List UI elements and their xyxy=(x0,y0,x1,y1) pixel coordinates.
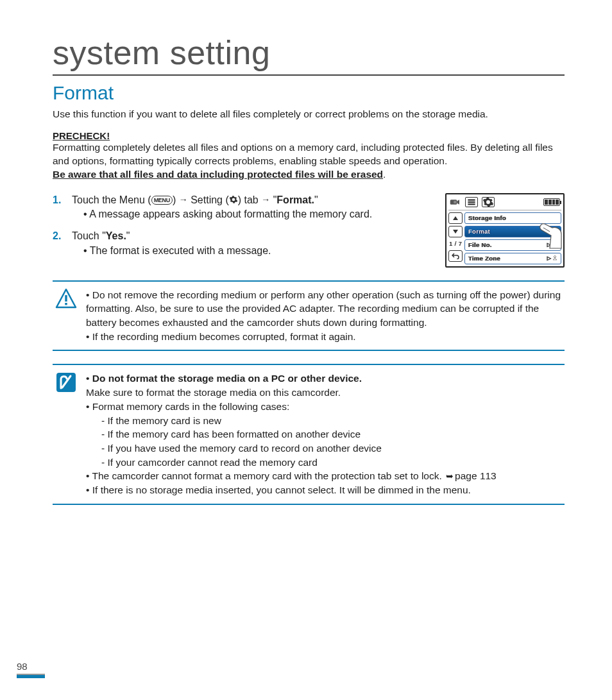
arrow-icon: → xyxy=(261,194,270,205)
caution-item: If the recording medium becomes corrupte… xyxy=(86,330,562,344)
note-subitem: If the memory card has been formatted on… xyxy=(101,427,497,441)
camcorder-icon xyxy=(450,198,461,207)
page-ref-arrow-icon xyxy=(445,470,455,481)
svg-rect-7 xyxy=(65,295,67,302)
gear-icon xyxy=(229,194,238,203)
page-number: 98 xyxy=(17,661,45,678)
scroll-down-button[interactable] xyxy=(448,226,463,237)
precheck-body: Formatting completely deletes all files … xyxy=(53,142,553,166)
scroll-up-button[interactable] xyxy=(448,212,463,224)
svg-rect-8 xyxy=(65,303,67,305)
caution-item: Do not remove the recording medium or pe… xyxy=(86,288,562,330)
precheck-warning: Be aware that all files and data includi… xyxy=(53,169,383,180)
note-item: Do not format the storage media on a PC … xyxy=(86,371,497,399)
arrow-icon: → xyxy=(179,194,188,205)
svg-point-1 xyxy=(454,200,457,203)
note-item: The camcorder cannot format a memory car… xyxy=(86,469,497,483)
back-button[interactable] xyxy=(448,250,463,262)
menu-row-file-no[interactable]: File No.▷ xyxy=(464,239,561,251)
precheck-block: PRECHECK! Formatting completely deletes … xyxy=(53,130,565,182)
device-screenshot: 1 / 7 Storage Info Format File No.▷ Time… xyxy=(445,193,565,268)
menu-row-time-zone[interactable]: Time Zone▷ xyxy=(464,253,561,264)
menu-row-storage-info[interactable]: Storage Info xyxy=(464,212,561,224)
menu-row-format[interactable]: Format xyxy=(464,226,561,237)
menu-icon: MENU xyxy=(151,196,173,205)
chapter-title: system setting xyxy=(53,33,565,76)
step-sub: A message appears asking about formattin… xyxy=(83,209,372,219)
note-item: Format memory cards in the following cas… xyxy=(86,400,497,469)
note-callout: Do not format the storage media on a PC … xyxy=(53,364,565,504)
list-tab-icon[interactable] xyxy=(465,197,478,207)
svg-rect-4 xyxy=(468,203,475,205)
svg-rect-2 xyxy=(468,199,475,200)
section-title: Format xyxy=(53,82,565,104)
caution-callout: Do not remove the recording medium or pe… xyxy=(53,280,565,352)
note-subitem: If you have used the memory card to reco… xyxy=(101,441,497,456)
note-item: If there is no storage media inserted, y… xyxy=(86,483,497,497)
section-intro: Use this function if you want to delete … xyxy=(53,108,565,121)
step-number: 1. xyxy=(53,193,65,222)
note-subitem: If your camcorder cannot read the memory… xyxy=(101,456,497,470)
note-subitem: If the memory card is new xyxy=(101,414,497,428)
step-text: Touch the Menu ( xyxy=(72,194,151,205)
steps-list: 1. Touch the Menu (MENU) → Setting () ta… xyxy=(53,193,434,266)
battery-icon xyxy=(543,198,560,206)
settings-tab-icon[interactable] xyxy=(482,197,495,207)
step-target: Yes. xyxy=(106,230,126,241)
precheck-header: PRECHECK! xyxy=(53,130,565,141)
step-number: 2. xyxy=(53,229,65,258)
svg-rect-6 xyxy=(554,242,557,246)
note-icon xyxy=(55,371,77,393)
caution-icon xyxy=(55,288,77,310)
page-indicator: 1 / 7 xyxy=(448,239,463,248)
svg-rect-3 xyxy=(468,201,475,203)
step-sub: The format is executed with a message. xyxy=(83,245,271,256)
step-target: Format. xyxy=(276,194,314,205)
